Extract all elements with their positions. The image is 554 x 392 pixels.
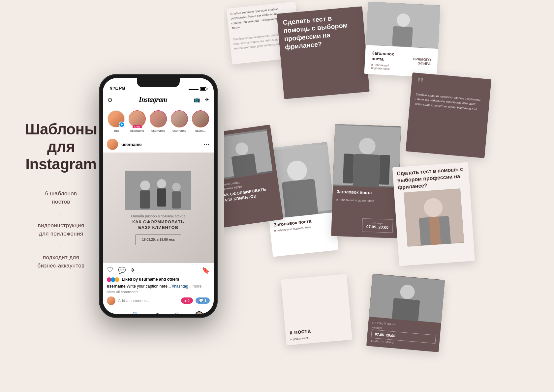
svg-rect-17: [379, 155, 390, 185]
svg-rect-15: [353, 154, 380, 188]
post-date: 19.03.20. в 16.00 мск: [142, 238, 174, 242]
heart-nav[interactable]: ♡: [175, 311, 181, 314]
svg-rect-6: [172, 191, 181, 209]
card-white-bottom: к поста подзаголовок: [281, 274, 353, 346]
story-label-3: username: [151, 129, 165, 132]
post-author-avatar: [107, 139, 118, 150]
card-5-svg: [333, 124, 401, 188]
svg-rect-9: [392, 26, 413, 47]
phone-screen: 9:41 PM ▬▬▬ ⊙ Instagram 📺 ✈: [103, 78, 214, 314]
like-btn[interactable]: ♡: [107, 266, 113, 274]
card-white-subtitle: и небольшой подзаголовок: [368, 63, 403, 71]
profile-nav[interactable]: [195, 311, 203, 314]
story-avatar-live: LIVE: [129, 110, 146, 127]
svg-rect-24: [231, 154, 257, 180]
story-avatar-5: [192, 110, 209, 127]
card-6-title: Сделать тест в помощь с выбором професси…: [396, 166, 466, 191]
card-8-photo: [224, 129, 273, 180]
save-btn[interactable]: 🔖: [202, 266, 210, 274]
home-nav[interactable]: ⌂: [113, 312, 117, 314]
story-avatar-you: +: [108, 110, 125, 127]
card-6-svg: [404, 189, 464, 247]
post-author-left: username: [107, 139, 141, 150]
card-9-photo: [369, 274, 445, 323]
view-comments[interactable]: View all comments: [103, 289, 214, 294]
story-avatar-img-4: [171, 111, 188, 127]
add-nav[interactable]: ⊕: [155, 311, 160, 314]
post-subtitle: Онлайн разбор в прямом эфире: [125, 214, 191, 218]
story-label-4: username: [172, 129, 186, 132]
story-item-4[interactable]: username: [169, 110, 190, 132]
dot-2: ·: [38, 242, 85, 249]
card-white-photo: Заголовок поста и небольшой подзаголовок…: [364, 1, 440, 77]
caption-row: username Write your caption here... #has…: [103, 283, 214, 289]
card-9-svg: [369, 274, 445, 323]
story-item-you[interactable]: + You: [106, 110, 127, 132]
card-5-date: четверг 07.05. 20:00: [362, 218, 393, 233]
card-5-side-text: Заголовок поста: [337, 189, 395, 197]
post-date-box: 19.03.20. в 16.00 мск: [136, 235, 181, 245]
card-8-svg: [224, 129, 273, 180]
story-avatar-4: [171, 110, 188, 127]
camera-icon[interactable]: ⊙: [108, 96, 112, 103]
phone-mockup: 9:41 PM ▬▬▬ ⊙ Instagram 📺 ✈: [96, 13, 221, 379]
svg-rect-21: [429, 217, 441, 247]
svg-rect-2: [140, 190, 150, 209]
story-item-3[interactable]: username: [148, 110, 169, 132]
comment-row: Add a comment... ♥ 2 💬 1: [103, 294, 214, 307]
svg-point-1: [140, 181, 150, 190]
card-theme-val: ПРЯМОГО ЭФИРА: [403, 56, 434, 67]
story-item-live[interactable]: LIVE username: [127, 110, 148, 132]
story-label-live: username: [130, 129, 144, 132]
likes-text: Liked by usurname and others: [122, 277, 179, 282]
post-author-name: username: [121, 142, 141, 147]
features-list: 6 шаблонов постов · видеоинструкция для …: [38, 189, 85, 271]
post-image-title-2: БАЗУ КЛИЕНТОВ: [125, 225, 191, 231]
comment-btn[interactable]: 💬: [118, 266, 126, 274]
likes-dots: [107, 277, 119, 282]
story-item-5[interactable]: usern...: [190, 110, 211, 132]
comment-count-badge: 💬 1: [196, 297, 210, 304]
svg-rect-12: [282, 179, 319, 219]
card-brown-vertical: Заголовок поста и небольшой подзаголовок…: [331, 124, 401, 238]
card-white-labels: Заголовок поста и небольшой подзаголовок…: [364, 45, 438, 75]
card-5-date-val: 07.05. 20:00: [366, 224, 389, 230]
likes-row: Liked by usurname and others: [103, 277, 214, 283]
post-actions-left: ♡ 💬 ✈: [107, 266, 135, 274]
svg-rect-27: [392, 298, 420, 323]
card-small-brown: прямой эфир четверг 07.05. 20:00 ТЕМА ПР…: [366, 274, 445, 352]
share-btn[interactable]: ✈: [131, 267, 135, 274]
post-menu-btn[interactable]: ···: [204, 141, 210, 148]
card-question: Сделать тест в помощь с выбором професси…: [277, 6, 370, 99]
story-avatar-3: [150, 110, 167, 127]
comment-input[interactable]: Add a comment...: [118, 298, 178, 303]
card-9-date: 07.05. 20:00: [375, 332, 432, 341]
status-time: 9:41 PM: [110, 86, 125, 91]
phone-body: 9:41 PM ▬▬▬ ⊙ Instagram 📺 ✈: [99, 74, 218, 318]
bottom-nav: ⌂ 🔍 ⊕ ♡: [103, 307, 214, 314]
stories-row: + You LIVE username: [103, 107, 214, 136]
search-nav[interactable]: 🔍: [132, 311, 140, 314]
card-9-inner: прямой эфир четверг 07.05. 20:00 ТЕМА ПР…: [366, 274, 445, 352]
post-actions: ♡ 💬 ✈ 🔖: [103, 263, 214, 277]
tv-icon[interactable]: 📺: [194, 97, 200, 103]
card-10-inner: к поста подзаголовок: [281, 274, 353, 346]
phone-notch: [137, 78, 180, 87]
card-white-title: Заголовок поста: [368, 48, 404, 65]
feature-video: видеоинструкция для приложения: [38, 221, 85, 238]
paper-plane-icon[interactable]: ✈: [205, 97, 209, 103]
card-woman: Сделать тест в помощь с выбором професси…: [392, 162, 475, 266]
caption-username: username: [107, 284, 126, 289]
story-avatar-img-3: [150, 111, 167, 127]
post-people-svg: [125, 171, 191, 210]
feature-business: подходит для бизнес-аккаунтов: [38, 253, 85, 270]
more-link[interactable]: ...more: [189, 284, 201, 289]
story-label-5: usern...: [195, 129, 206, 132]
card-live-brown: Онлайн разбор в прямом эфире КАК СФОРМИР…: [224, 125, 283, 228]
card-quote: " Слабые желания приносят слабые результ…: [406, 72, 491, 158]
feature-posts: 6 шаблонов постов: [38, 189, 85, 206]
card-photo-area: [366, 1, 441, 48]
add-story-btn[interactable]: +: [119, 122, 125, 127]
like-count-badge: ♥ 2: [181, 297, 193, 304]
card-question-text: Сделать тест в помощь с выбором професси…: [277, 6, 366, 57]
